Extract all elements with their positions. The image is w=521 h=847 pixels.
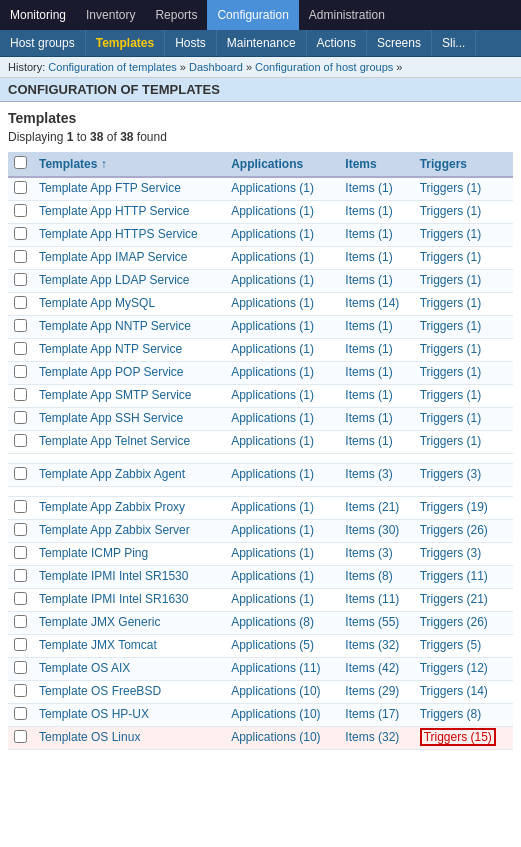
applications-link[interactable]: Applications (11)	[231, 661, 320, 675]
applications-link[interactable]: Applications (1)	[231, 181, 314, 195]
template-link[interactable]: Template App Zabbix Server	[39, 523, 190, 537]
applications-link[interactable]: Applications (1)	[231, 546, 314, 560]
items-link[interactable]: Items (1)	[345, 388, 392, 402]
row-checkbox[interactable]	[14, 684, 27, 697]
nav-actions[interactable]: Actions	[307, 30, 367, 56]
triggers-link[interactable]: Triggers (1)	[420, 319, 482, 333]
items-link[interactable]: Items (29)	[345, 684, 399, 698]
row-checkbox[interactable]	[14, 319, 27, 332]
template-link[interactable]: Template JMX Generic	[39, 615, 160, 629]
template-link[interactable]: Template App Zabbix Proxy	[39, 500, 185, 514]
col-header-templates[interactable]: Templates ↑	[33, 152, 225, 177]
template-link[interactable]: Template App POP Service	[39, 365, 184, 379]
template-link[interactable]: Template ICMP Ping	[39, 546, 148, 560]
nav-hosts[interactable]: Hosts	[165, 30, 217, 56]
template-link[interactable]: Template App HTTPS Service	[39, 227, 198, 241]
applications-link[interactable]: Applications (1)	[231, 569, 314, 583]
row-checkbox[interactable]	[14, 638, 27, 651]
applications-link[interactable]: Applications (1)	[231, 500, 314, 514]
sort-templates-link[interactable]: Templates ↑	[39, 157, 107, 171]
triggers-link[interactable]: Triggers (26)	[420, 615, 488, 629]
row-checkbox[interactable]	[14, 707, 27, 720]
triggers-link[interactable]: Triggers (5)	[420, 638, 482, 652]
items-link[interactable]: Items (3)	[345, 546, 392, 560]
triggers-link[interactable]: Triggers (21)	[420, 592, 488, 606]
template-link[interactable]: Template App SMTP Service	[39, 388, 192, 402]
applications-link[interactable]: Applications (1)	[231, 365, 314, 379]
triggers-link[interactable]: Triggers (1)	[420, 181, 482, 195]
row-checkbox[interactable]	[14, 411, 27, 424]
template-link[interactable]: Template App Zabbix Agent	[39, 467, 185, 481]
items-link[interactable]: Items (32)	[345, 638, 399, 652]
items-link[interactable]: Items (1)	[345, 181, 392, 195]
row-checkbox[interactable]	[14, 467, 27, 480]
applications-link[interactable]: Applications (1)	[231, 592, 314, 606]
applications-link[interactable]: Applications (8)	[231, 615, 314, 629]
items-link[interactable]: Items (1)	[345, 273, 392, 287]
nav-configuration[interactable]: Configuration	[207, 0, 298, 30]
template-link[interactable]: Template App Telnet Service	[39, 434, 190, 448]
template-link[interactable]: Template OS HP-UX	[39, 707, 149, 721]
triggers-link[interactable]: Triggers (1)	[420, 411, 482, 425]
template-link[interactable]: Template IPMI Intel SR1630	[39, 592, 188, 606]
nav-host-groups[interactable]: Host groups	[0, 30, 86, 56]
triggers-link[interactable]: Triggers (8)	[420, 707, 482, 721]
triggers-link[interactable]: Triggers (1)	[420, 296, 482, 310]
breadcrumb-link-templates[interactable]: Configuration of templates	[48, 61, 176, 73]
items-link[interactable]: Items (1)	[345, 250, 392, 264]
applications-link[interactable]: Applications (1)	[231, 523, 314, 537]
applications-link[interactable]: Applications (1)	[231, 250, 314, 264]
nav-screens[interactable]: Screens	[367, 30, 432, 56]
applications-link[interactable]: Applications (1)	[231, 411, 314, 425]
row-checkbox[interactable]	[14, 342, 27, 355]
template-link[interactable]: Template App NNTP Service	[39, 319, 191, 333]
row-checkbox[interactable]	[14, 434, 27, 447]
applications-link[interactable]: Applications (5)	[231, 638, 314, 652]
applications-link[interactable]: Applications (1)	[231, 342, 314, 356]
applications-link[interactable]: Applications (1)	[231, 388, 314, 402]
template-link[interactable]: Template App MySQL	[39, 296, 155, 310]
row-checkbox[interactable]	[14, 592, 27, 605]
row-checkbox[interactable]	[14, 500, 27, 513]
items-link[interactable]: Items (11)	[345, 592, 399, 606]
applications-link[interactable]: Applications (10)	[231, 684, 320, 698]
template-link[interactable]: Template App HTTP Service	[39, 204, 190, 218]
triggers-link[interactable]: Triggers (19)	[420, 500, 488, 514]
row-checkbox[interactable]	[14, 273, 27, 286]
items-link[interactable]: Items (17)	[345, 707, 399, 721]
items-link[interactable]: Items (1)	[345, 342, 392, 356]
nav-inventory[interactable]: Inventory	[76, 0, 145, 30]
template-link[interactable]: Template App FTP Service	[39, 181, 181, 195]
row-checkbox[interactable]	[14, 661, 27, 674]
template-link[interactable]: Template App IMAP Service	[39, 250, 188, 264]
template-link[interactable]: Template IPMI Intel SR1530	[39, 569, 188, 583]
row-checkbox[interactable]	[14, 388, 27, 401]
items-link[interactable]: Items (42)	[345, 661, 399, 675]
items-link[interactable]: Items (1)	[345, 204, 392, 218]
triggers-link[interactable]: Triggers (1)	[420, 204, 482, 218]
row-checkbox[interactable]	[14, 730, 27, 743]
row-checkbox[interactable]	[14, 181, 27, 194]
applications-link[interactable]: Applications (1)	[231, 273, 314, 287]
row-checkbox[interactable]	[14, 204, 27, 217]
triggers-link[interactable]: Triggers (3)	[420, 546, 482, 560]
applications-link[interactable]: Applications (10)	[231, 730, 320, 744]
breadcrumb-link-dashboard[interactable]: Dashboard	[189, 61, 243, 73]
row-checkbox[interactable]	[14, 250, 27, 263]
applications-link[interactable]: Applications (1)	[231, 467, 314, 481]
applications-link[interactable]: Applications (1)	[231, 296, 314, 310]
applications-link[interactable]: Applications (1)	[231, 319, 314, 333]
items-link[interactable]: Items (30)	[345, 523, 399, 537]
template-link[interactable]: Template App NTP Service	[39, 342, 182, 356]
items-link[interactable]: Items (3)	[345, 467, 392, 481]
nav-reports[interactable]: Reports	[145, 0, 207, 30]
applications-link[interactable]: Applications (10)	[231, 707, 320, 721]
triggers-link[interactable]: Triggers (1)	[420, 434, 482, 448]
template-link[interactable]: Template JMX Tomcat	[39, 638, 157, 652]
items-link[interactable]: Items (1)	[345, 319, 392, 333]
row-checkbox[interactable]	[14, 227, 27, 240]
triggers-link[interactable]: Triggers (1)	[420, 342, 482, 356]
items-link[interactable]: Items (1)	[345, 365, 392, 379]
applications-link[interactable]: Applications (1)	[231, 204, 314, 218]
triggers-link[interactable]: Triggers (1)	[420, 227, 482, 241]
